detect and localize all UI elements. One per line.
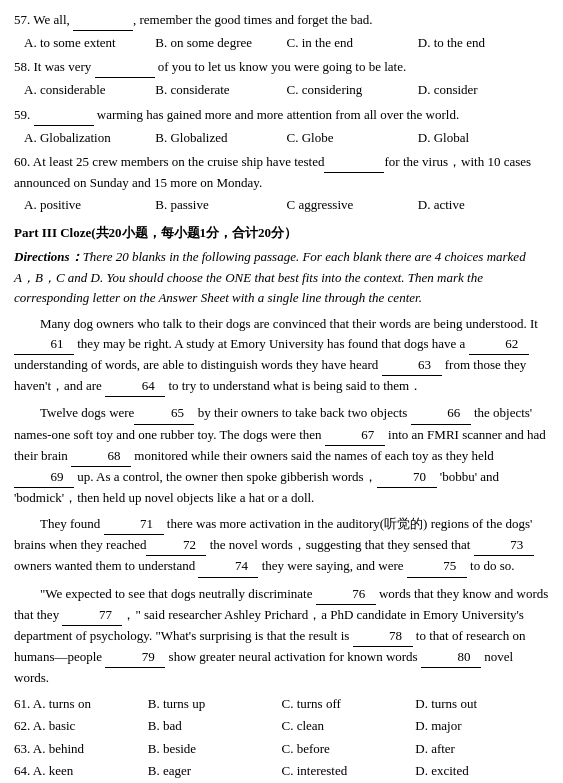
options-57: A. to some extent B. on some degree C. i… <box>24 33 549 53</box>
question-57-text: 57. We all, , remember the good times an… <box>14 10 549 31</box>
ans-61-d[interactable]: D. turns out <box>415 694 549 714</box>
ans-63-d[interactable]: D. after <box>415 739 549 759</box>
blank-73: 73 <box>474 535 534 556</box>
part3-header: Part III Cloze(共20小题，每小题1分，合计20分） <box>14 223 549 243</box>
answer-row-62: 62. A. basic B. bad C. clean D. major <box>14 716 549 736</box>
blank-66: 66 <box>411 403 471 424</box>
answers-section: 61. A. turns on B. turns up C. turns off… <box>14 694 549 783</box>
ans-62-b[interactable]: B. bad <box>148 716 282 736</box>
ans-61-b[interactable]: B. turns up <box>148 694 282 714</box>
blank-63: 63 <box>382 355 442 376</box>
passage-3: They found 71 there was more activation … <box>14 514 549 577</box>
blank-77: 77 <box>62 605 122 626</box>
blank-60 <box>324 152 384 173</box>
blank-71: 71 <box>104 514 164 535</box>
passage-4: "We expected to see that dogs neutrally … <box>14 584 549 689</box>
ans-63-a[interactable]: 63. A. behind <box>14 739 148 759</box>
blank-76: 76 <box>316 584 376 605</box>
option-60-d[interactable]: D. active <box>418 195 549 215</box>
ans-63-b[interactable]: B. beside <box>148 739 282 759</box>
blank-75: 75 <box>407 556 467 577</box>
question-59-text: 59. warming has gained more and more att… <box>14 105 549 126</box>
ans-61-c[interactable]: C. turns off <box>282 694 416 714</box>
option-60-b[interactable]: B. passive <box>155 195 286 215</box>
options-59: A. Globalization B. Globalized C. Globe … <box>24 128 549 148</box>
blank-58 <box>95 57 155 78</box>
option-60-a[interactable]: A. positive <box>24 195 155 215</box>
question-58: 58. It was very of you to let us know yo… <box>14 57 549 100</box>
option-58-c[interactable]: C. considering <box>287 80 418 100</box>
blank-67: 67 <box>325 425 385 446</box>
directions: Directions：There 20 blanks in the follow… <box>14 247 549 307</box>
blank-57 <box>73 10 133 31</box>
option-59-d[interactable]: D. Global <box>418 128 549 148</box>
option-57-d[interactable]: D. to the end <box>418 33 549 53</box>
blank-72: 72 <box>146 535 206 556</box>
directions-text: There 20 blanks in the following passage… <box>14 249 526 304</box>
ans-64-d[interactable]: D. excited <box>415 761 549 781</box>
answer-row-63: 63. A. behind B. beside C. before D. aft… <box>14 739 549 759</box>
option-57-b[interactable]: B. on some degree <box>155 33 286 53</box>
blank-70: 70 <box>377 467 437 488</box>
directions-label: Directions： <box>14 249 83 264</box>
passage-2: Twelve dogs were 65 by their owners to t… <box>14 403 549 508</box>
option-57-c[interactable]: C. in the end <box>287 33 418 53</box>
ans-64-a[interactable]: 64. A. keen <box>14 761 148 781</box>
blank-74: 74 <box>198 556 258 577</box>
option-58-a[interactable]: A. considerable <box>24 80 155 100</box>
option-58-d[interactable]: D. consider <box>418 80 549 100</box>
options-58: A. considerable B. considerate C. consid… <box>24 80 549 100</box>
answer-row-61: 61. A. turns on B. turns up C. turns off… <box>14 694 549 714</box>
blank-69: 69 <box>14 467 74 488</box>
option-59-a[interactable]: A. Globalization <box>24 128 155 148</box>
ans-62-d[interactable]: D. major <box>415 716 549 736</box>
blank-68: 68 <box>71 446 131 467</box>
ans-62-c[interactable]: C. clean <box>282 716 416 736</box>
ans-63-c[interactable]: C. before <box>282 739 416 759</box>
ans-61-a[interactable]: 61. A. turns on <box>14 694 148 714</box>
ans-62-a[interactable]: 62. A. basic <box>14 716 148 736</box>
option-57-a[interactable]: A. to some extent <box>24 33 155 53</box>
option-59-c[interactable]: C. Globe <box>287 128 418 148</box>
question-60: 60. At least 25 crew members on the crui… <box>14 152 549 215</box>
passage-1: Many dog owners who talk to their dogs a… <box>14 314 549 398</box>
question-58-text: 58. It was very of you to let us know yo… <box>14 57 549 78</box>
question-60-text: 60. At least 25 crew members on the crui… <box>14 152 549 193</box>
question-59: 59. warming has gained more and more att… <box>14 105 549 148</box>
ans-64-b[interactable]: B. eager <box>148 761 282 781</box>
ans-64-c[interactable]: C. interested <box>282 761 416 781</box>
options-60: A. positive B. passive C aggressive D. a… <box>24 195 549 215</box>
answer-row-64: 64. A. keen B. eager C. interested D. ex… <box>14 761 549 781</box>
blank-80: 80 <box>421 647 481 668</box>
blank-78: 78 <box>353 626 413 647</box>
blank-62: 62 <box>469 334 529 355</box>
blank-79: 79 <box>105 647 165 668</box>
option-60-c[interactable]: C aggressive <box>287 195 418 215</box>
blank-59 <box>34 105 94 126</box>
blank-65: 65 <box>134 403 194 424</box>
question-57: 57. We all, , remember the good times an… <box>14 10 549 53</box>
blank-61: 61 <box>14 334 74 355</box>
option-58-b[interactable]: B. considerate <box>155 80 286 100</box>
blank-64: 64 <box>105 376 165 397</box>
option-59-b[interactable]: B. Globalized <box>155 128 286 148</box>
